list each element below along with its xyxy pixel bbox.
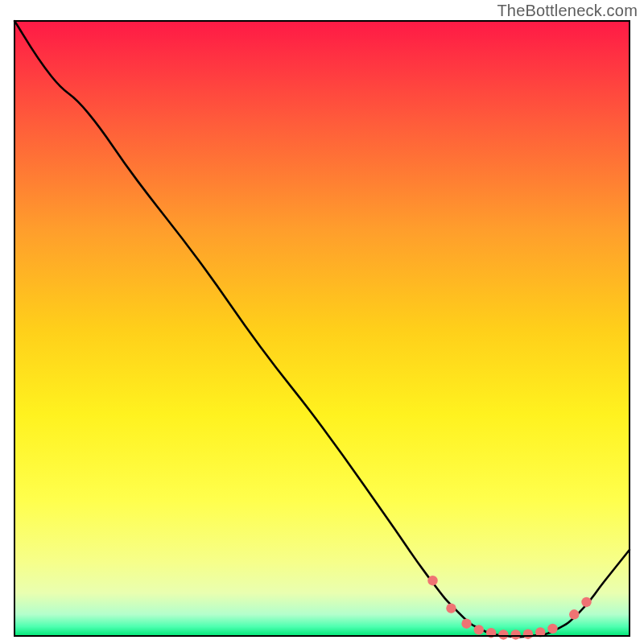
chart-container: TheBottleneck.com [0, 0, 644, 644]
chart-svg [0, 0, 644, 644]
curve-marker [427, 576, 437, 585]
curve-marker [498, 630, 508, 639]
curve-marker [547, 624, 557, 634]
curve-marker [581, 597, 591, 607]
curve-marker [523, 630, 533, 639]
curve-marker [569, 609, 579, 619]
curve-marker [474, 625, 484, 634]
curve-marker [510, 630, 520, 639]
gradient-background [14, 21, 630, 636]
curve-marker [446, 603, 456, 613]
curve-marker [461, 619, 471, 629]
